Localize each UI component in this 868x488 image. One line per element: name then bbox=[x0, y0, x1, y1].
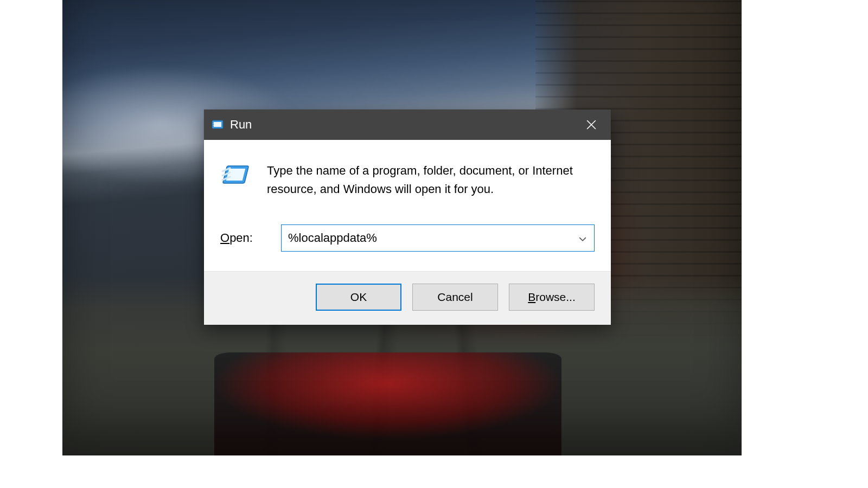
open-input[interactable] bbox=[288, 225, 576, 251]
run-large-icon bbox=[220, 163, 252, 190]
browse-button[interactable]: Browse... bbox=[509, 284, 595, 311]
dialog-title: Run bbox=[230, 118, 252, 132]
ok-button[interactable]: OK bbox=[316, 284, 401, 311]
open-label: Open: bbox=[220, 231, 267, 245]
wallpaper-water bbox=[214, 352, 561, 455]
dialog-titlebar[interactable]: Run bbox=[204, 110, 611, 140]
chevron-down-icon[interactable] bbox=[579, 232, 589, 245]
dialog-body: Type the name of a program, folder, docu… bbox=[204, 140, 611, 271]
run-dialog: Run Type the name of a program, folder, … bbox=[204, 110, 611, 325]
close-button[interactable] bbox=[572, 110, 611, 140]
svg-rect-3 bbox=[226, 169, 245, 181]
dialog-description: Type the name of a program, folder, docu… bbox=[267, 162, 595, 198]
cancel-button[interactable]: Cancel bbox=[412, 284, 498, 311]
run-app-icon bbox=[212, 119, 224, 131]
dialog-footer: OK Cancel Browse... bbox=[204, 271, 611, 325]
open-combobox[interactable] bbox=[281, 224, 595, 252]
